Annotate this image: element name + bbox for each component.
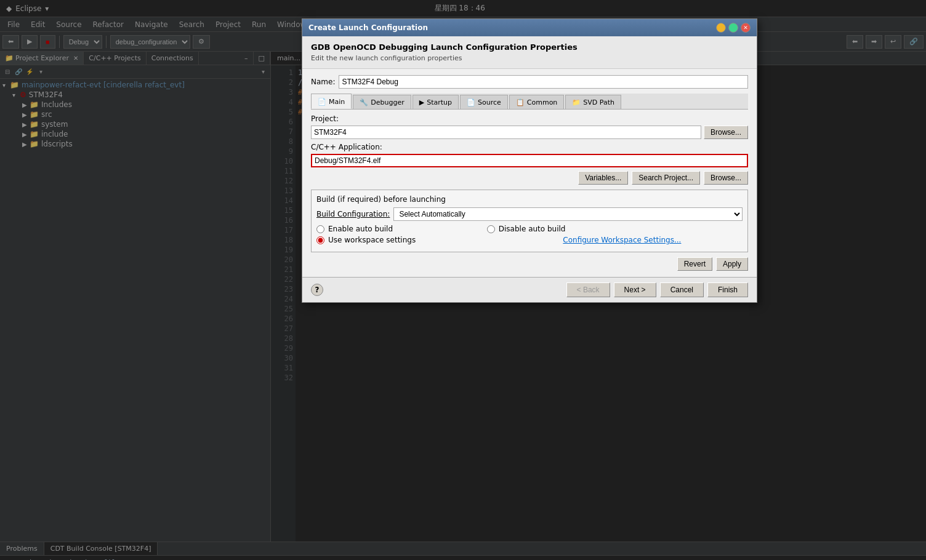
next-btn[interactable]: Next >	[614, 282, 656, 297]
app-row	[311, 154, 748, 167]
build-section-title: Build (if required) before launching	[316, 195, 743, 204]
tab-svd-label: SVD Path	[583, 98, 614, 106]
tab-main-label: Main	[329, 98, 345, 106]
dialog-title-bar: Create Launch Configuration ✕	[302, 19, 757, 36]
build-config-select[interactable]: Select Automatically	[393, 207, 743, 221]
app-browse-btn[interactable]: Browse...	[704, 171, 748, 185]
tab-startup[interactable]: ▶ Startup	[413, 95, 459, 109]
configure-workspace-link[interactable]: Configure Workspace Settings...	[563, 236, 681, 244]
disable-auto-build-label: Disable auto build	[499, 225, 566, 233]
dialog-title-text: Create Launch Configuration	[308, 23, 428, 32]
revert-apply-row: Revert Apply	[311, 257, 748, 271]
enable-auto-build-row: Enable auto build Disable auto build	[316, 225, 743, 233]
project-row: Browse...	[311, 126, 748, 139]
create-launch-dialog: Create Launch Configuration ✕ GDB OpenOC…	[302, 18, 757, 303]
use-workspace-radio[interactable]	[316, 236, 324, 244]
project-browse-btn[interactable]: Browse...	[704, 126, 748, 139]
apply-btn[interactable]: Apply	[716, 257, 748, 271]
build-config-row: Build Configuration: Select Automaticall…	[316, 207, 743, 221]
dialog-minimize-btn[interactable]	[716, 23, 726, 33]
footer-left: ?	[311, 284, 323, 296]
dialog-window-buttons: ✕	[716, 23, 751, 33]
dialog-header-title: GDB OpenOCD Debugging Launch Configurati…	[311, 42, 748, 52]
tab-source-icon: 📄	[467, 98, 475, 106]
tab-common-label: Common	[527, 98, 558, 106]
dialog-body: Name: 📄 Main 🔧 Debugger ▶ Startup	[302, 69, 757, 277]
revert-btn[interactable]: Revert	[677, 257, 712, 271]
variables-btn[interactable]: Variables...	[578, 171, 628, 185]
enable-auto-build-label: Enable auto build	[328, 225, 393, 233]
build-config-label: Build Configuration:	[316, 210, 390, 218]
tab-svd-icon: 📁	[572, 98, 581, 106]
project-label: Project:	[311, 114, 748, 123]
footer-right: < Back Next > Cancel Finish	[566, 282, 748, 297]
search-project-btn[interactable]: Search Project...	[632, 171, 700, 185]
name-label: Name:	[311, 78, 335, 86]
name-input[interactable]	[339, 75, 748, 89]
tab-debugger[interactable]: 🔧 Debugger	[353, 95, 411, 109]
use-workspace-label: Use workspace settings	[328, 236, 416, 244]
dialog-header-subtitle: Edit the new launch configuration proper…	[311, 54, 748, 62]
tab-common-icon: 📋	[516, 98, 525, 106]
back-btn[interactable]: < Back	[566, 282, 610, 297]
enable-auto-build-radio[interactable]	[316, 225, 324, 233]
name-row: Name:	[311, 75, 748, 89]
use-workspace-row: Use workspace settings Configure Workspa…	[316, 236, 743, 244]
tab-source-label: Source	[478, 98, 501, 106]
tab-main-icon: 📄	[318, 98, 326, 106]
dialog-close-btn[interactable]: ✕	[741, 23, 751, 33]
tab-startup-icon: ▶	[419, 98, 424, 106]
tab-main[interactable]: 📄 Main	[311, 94, 352, 109]
dialog-maximize-btn[interactable]	[728, 23, 738, 33]
project-input[interactable]	[311, 126, 701, 139]
finish-btn[interactable]: Finish	[707, 282, 748, 297]
app-input[interactable]	[311, 154, 748, 167]
tab-debugger-icon: 🔧	[360, 98, 368, 106]
help-btn[interactable]: ?	[311, 284, 323, 296]
disable-auto-build-radio[interactable]	[487, 225, 495, 233]
tab-common[interactable]: 📋 Common	[509, 95, 565, 109]
tab-svd-path[interactable]: 📁 SVD Path	[565, 95, 621, 109]
tab-source[interactable]: 📄 Source	[460, 95, 508, 109]
tab-debugger-label: Debugger	[371, 98, 404, 106]
dialog-header: GDB OpenOCD Debugging Launch Configurati…	[302, 36, 757, 69]
dialog-overlay: Create Launch Configuration ✕ GDB OpenOC…	[0, 0, 926, 560]
build-section: Build (if required) before launching Bui…	[311, 190, 748, 252]
tab-startup-label: Startup	[427, 98, 452, 106]
cancel-btn[interactable]: Cancel	[660, 282, 704, 297]
dialog-config-tabs: 📄 Main 🔧 Debugger ▶ Startup 📄 Source 📋	[311, 94, 748, 110]
dialog-footer: ? < Back Next > Cancel Finish	[302, 277, 757, 302]
app-label: C/C++ Application:	[311, 143, 748, 151]
